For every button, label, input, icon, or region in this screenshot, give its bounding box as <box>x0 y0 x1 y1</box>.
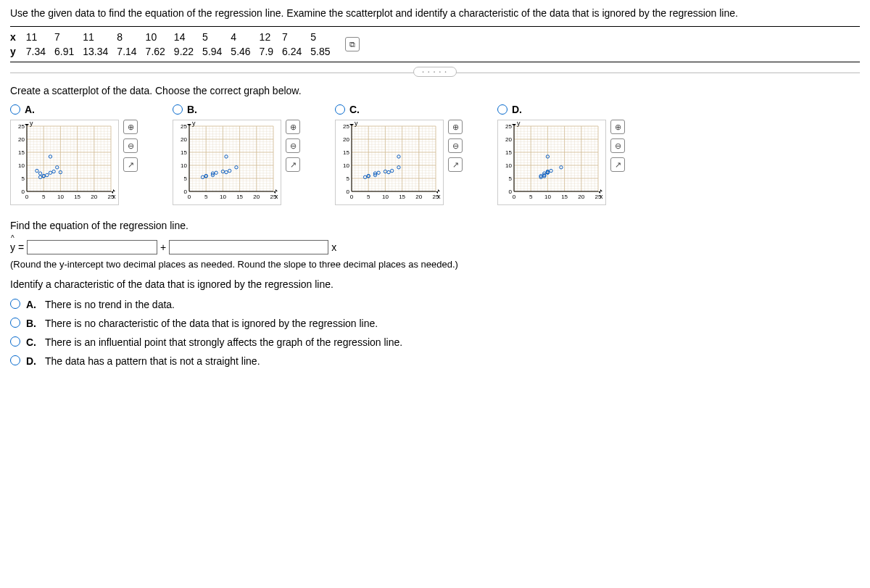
svg-text:y: y <box>355 120 358 127</box>
option-c-radio[interactable] <box>335 104 345 115</box>
data-table: x 11 7 11 8 10 14 5 4 12 7 5 y 7.34 6.91… <box>10 30 339 59</box>
svg-text:15: 15 <box>181 149 187 156</box>
option-b: B. 05101520250510152025yx ⊕ ⊖ ↗ <box>173 104 300 205</box>
svg-text:10: 10 <box>18 162 25 169</box>
svg-text:y: y <box>192 120 196 127</box>
zoom-out-icon[interactable]: ⊖ <box>448 138 463 153</box>
svg-text:25: 25 <box>343 123 349 130</box>
svg-text:15: 15 <box>505 149 512 156</box>
popout-icon[interactable]: ↗ <box>123 157 138 172</box>
svg-text:20: 20 <box>415 194 422 200</box>
x-variable-label: x <box>331 241 336 253</box>
characteristic-heading: Identify a characteristic of the data th… <box>10 278 860 290</box>
divider-handle-icon[interactable]: • • • • • <box>413 67 457 77</box>
svg-text:15: 15 <box>18 149 25 156</box>
svg-text:5: 5 <box>347 175 350 182</box>
y-label: y <box>10 44 26 59</box>
zoom-in-icon[interactable]: ⊕ <box>448 120 463 134</box>
svg-text:5: 5 <box>509 175 513 182</box>
svg-text:x: x <box>600 193 603 200</box>
svg-text:10: 10 <box>220 194 226 200</box>
zoom-in-icon[interactable]: ⊕ <box>286 120 300 134</box>
mc-c-text: There is an influential point that stron… <box>45 336 402 348</box>
plus-sign: + <box>160 241 166 253</box>
section-divider: • • • • • <box>10 73 860 73</box>
svg-text:10: 10 <box>57 194 64 200</box>
svg-text:15: 15 <box>399 194 405 200</box>
list-item: C. There is an influential point that st… <box>10 336 860 348</box>
svg-text:x: x <box>275 193 278 200</box>
option-b-label: B. <box>187 104 197 115</box>
popout-icon[interactable]: ↗ <box>610 157 625 172</box>
option-a: A. 05101520250510152025yx ⊕ ⊖ ↗ <box>10 104 138 205</box>
mc-b-radio[interactable] <box>10 318 20 328</box>
scatterplot-a[interactable]: 05101520250510152025yx <box>10 120 119 205</box>
slope-input[interactable] <box>169 240 328 254</box>
option-b-radio[interactable] <box>173 104 183 115</box>
rounding-hint: (Round the y-intercept two decimal place… <box>10 259 860 270</box>
scatterplot-c[interactable]: 05101520250510152025yx <box>335 120 444 205</box>
svg-text:15: 15 <box>236 194 243 200</box>
mc-a-radio[interactable] <box>10 299 20 309</box>
svg-text:0: 0 <box>188 194 191 200</box>
svg-text:5: 5 <box>529 194 533 200</box>
svg-text:5: 5 <box>367 194 370 200</box>
mc-a-label: A. <box>26 299 39 310</box>
list-item: D. The data has a pattern that is not a … <box>10 355 860 367</box>
popout-icon[interactable]: ↗ <box>286 157 300 172</box>
table-row: x 11 7 11 8 10 14 5 4 12 7 5 <box>10 30 339 44</box>
svg-text:10: 10 <box>544 194 551 200</box>
y-hat-label: y = <box>10 241 24 253</box>
scatterplot-options: A. 05101520250510152025yx ⊕ ⊖ ↗ B. 05101… <box>10 104 860 205</box>
characteristic-options: A. There is no trend in the data. B. The… <box>10 299 860 367</box>
scatterplot-b[interactable]: 05101520250510152025yx <box>173 120 281 205</box>
svg-text:5: 5 <box>42 194 46 200</box>
copy-table-icon[interactable]: ⧉ <box>345 37 360 51</box>
svg-text:x: x <box>112 193 116 200</box>
svg-marker-346 <box>512 124 516 126</box>
scatterplot-d[interactable]: 05101520250510152025yx <box>497 120 606 205</box>
scatterplot-instruction: Create a scatterplot of the data. Choose… <box>10 85 860 96</box>
svg-text:0: 0 <box>350 194 354 200</box>
equation-heading: Find the equation of the regression line… <box>10 220 860 231</box>
zoom-out-icon[interactable]: ⊖ <box>286 138 300 153</box>
option-a-radio[interactable] <box>10 104 20 115</box>
option-d-label: D. <box>512 104 522 115</box>
svg-text:20: 20 <box>91 194 97 200</box>
mc-b-text: There is no characteristic of the data t… <box>45 318 378 329</box>
svg-text:10: 10 <box>181 162 187 169</box>
zoom-out-icon[interactable]: ⊖ <box>610 138 625 153</box>
svg-text:5: 5 <box>22 175 25 182</box>
svg-text:10: 10 <box>382 194 389 200</box>
option-a-label: A. <box>25 104 35 115</box>
popout-icon[interactable]: ↗ <box>448 157 463 172</box>
svg-marker-67 <box>25 124 29 126</box>
mc-d-radio[interactable] <box>10 355 20 365</box>
mc-c-radio[interactable] <box>10 336 20 347</box>
list-item: B. There is no characteristic of the dat… <box>10 318 860 329</box>
svg-text:20: 20 <box>578 194 584 200</box>
mc-b-label: B. <box>26 318 39 329</box>
x-label: x <box>10 30 26 44</box>
zoom-in-icon[interactable]: ⊕ <box>610 120 625 134</box>
option-d: D. 05101520250510152025yx ⊕ ⊖ ↗ <box>497 104 625 205</box>
svg-text:20: 20 <box>18 136 25 143</box>
zoom-in-icon[interactable]: ⊕ <box>123 120 138 134</box>
option-c-label: C. <box>349 104 360 115</box>
svg-text:y: y <box>30 120 33 127</box>
regression-equation: y = + x <box>10 240 860 254</box>
option-c: C. 05101520250510152025yx ⊕ ⊖ ↗ <box>335 104 463 205</box>
svg-text:0: 0 <box>25 194 29 200</box>
zoom-out-icon[interactable]: ⊖ <box>123 138 138 153</box>
option-d-radio[interactable] <box>497 104 508 115</box>
svg-text:15: 15 <box>74 194 80 200</box>
mc-a-text: There is no trend in the data. <box>45 299 175 310</box>
mc-d-text: The data has a pattern that is not a str… <box>45 355 260 367</box>
intercept-input[interactable] <box>27 240 157 254</box>
question-text: Use the given data to find the equation … <box>10 7 860 19</box>
svg-text:10: 10 <box>343 162 349 169</box>
svg-text:20: 20 <box>343 136 349 143</box>
svg-text:10: 10 <box>505 162 512 169</box>
list-item: A. There is no trend in the data. <box>10 299 860 310</box>
table-row: y 7.34 6.91 13.34 7.14 7.62 9.22 5.94 5.… <box>10 44 339 59</box>
